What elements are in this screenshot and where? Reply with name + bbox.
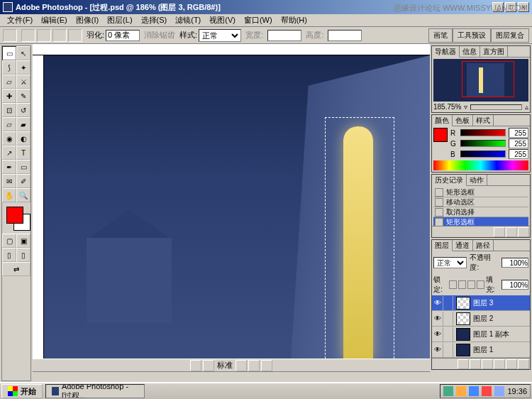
wand-tool[interactable]: ✦ (16, 60, 31, 75)
tool-preset-icon[interactable] (3, 29, 17, 42)
tab-histogram[interactable]: 直方图 (480, 46, 508, 57)
eye-icon[interactable]: 👁 (432, 343, 443, 357)
gradient-tool[interactable]: ▰ (16, 117, 31, 131)
history-snapshot-button[interactable] (494, 227, 505, 237)
layer-thumbnail[interactable] (456, 297, 470, 310)
canvas[interactable] (44, 55, 430, 359)
history-new-button[interactable] (506, 227, 517, 237)
r-slider[interactable] (460, 129, 506, 136)
pen-tool[interactable]: ✒ (2, 160, 16, 174)
layer-set-button[interactable] (482, 359, 493, 369)
g-slider[interactable] (460, 140, 506, 147)
g-input[interactable] (509, 138, 528, 148)
tab-navigator[interactable]: 导航器 (432, 46, 460, 58)
status-icon-3[interactable] (235, 360, 247, 371)
system-tray[interactable]: 19:36 (440, 384, 531, 398)
tab-history[interactable]: 历史记录 (432, 175, 467, 186)
lock-move-icon[interactable] (467, 280, 475, 289)
tab-styles[interactable]: 样式 (473, 115, 494, 126)
opacity-input[interactable] (501, 258, 528, 268)
color-panel-swatch[interactable] (433, 128, 448, 142)
tab-paths[interactable]: 路径 (473, 240, 494, 251)
opt-tab-tool-presets[interactable]: 工具预设 (453, 28, 491, 43)
blend-mode-dropdown[interactable]: 正常 (433, 257, 467, 268)
screen-mode-1[interactable]: ▯ (2, 248, 16, 262)
layer-adjust-button[interactable] (494, 359, 505, 369)
start-button[interactable]: 开始 (1, 384, 43, 398)
menu-file[interactable]: 文件(F) (3, 14, 37, 26)
marquee-tool[interactable]: ▭ (2, 46, 16, 60)
menu-help[interactable]: 帮助(H) (277, 14, 311, 26)
eye-icon[interactable]: 👁 (432, 312, 443, 326)
tray-icon[interactable] (456, 386, 466, 396)
selection-new-icon[interactable] (21, 29, 35, 42)
layer-name[interactable]: 图层 2 (473, 314, 493, 324)
path-select-tool[interactable]: ↗ (2, 146, 16, 160)
layer-item[interactable]: 👁 图层 1 (432, 342, 530, 358)
status-icon-5[interactable] (261, 360, 272, 371)
status-icon-2[interactable] (203, 360, 214, 371)
eye-icon[interactable]: 👁 (432, 327, 443, 341)
crop-tool[interactable]: ▱ (2, 75, 16, 89)
move-tool[interactable]: ↖ (16, 46, 31, 60)
layer-thumbnail[interactable] (456, 344, 470, 356)
layer-item[interactable]: 👁 图层 1 副本 (432, 327, 530, 342)
r-input[interactable] (509, 128, 528, 138)
edit-standard-mode[interactable]: ▢ (2, 234, 16, 248)
layer-trash-button[interactable] (518, 359, 529, 369)
shape-tool[interactable]: ▭ (16, 160, 31, 174)
tab-info[interactable]: 信息 (460, 46, 480, 57)
zoom-out-icon[interactable]: ▿ (464, 103, 467, 111)
feather-input[interactable] (106, 30, 140, 41)
heal-tool[interactable]: ✚ (2, 89, 16, 103)
opt-tab-layer-comps[interactable]: 图层复合 (491, 28, 529, 43)
tab-swatches[interactable]: 色板 (453, 115, 473, 126)
zoom-slider[interactable] (470, 104, 522, 110)
fill-input[interactable] (501, 280, 528, 290)
lock-all-icon[interactable] (477, 280, 484, 289)
style-dropdown[interactable]: 正常 (199, 29, 241, 42)
layer-new-button[interactable] (506, 359, 517, 369)
slice-tool[interactable]: ⚔ (16, 75, 31, 89)
menu-layer[interactable]: 图层(L) (103, 14, 136, 26)
selection-marquee[interactable] (325, 117, 394, 359)
layer-item[interactable]: 👁 图层 3 (432, 295, 530, 311)
brush-tool[interactable]: ✎ (16, 89, 31, 103)
layer-name[interactable]: 图层 1 副本 (473, 329, 509, 339)
color-picker[interactable] (5, 205, 28, 231)
layer-thumbnail[interactable] (456, 328, 470, 341)
b-input[interactable] (509, 149, 528, 159)
lock-paint-icon[interactable] (458, 280, 466, 289)
tray-icon[interactable] (494, 386, 504, 396)
status-icon-4[interactable] (248, 360, 260, 371)
zoom-tool[interactable]: 🔍 (16, 188, 31, 202)
ruler-vertical[interactable] (33, 55, 44, 359)
foreground-color[interactable] (6, 207, 23, 224)
clock[interactable]: 19:36 (507, 387, 527, 395)
history-item[interactable]: 移动选区 (433, 197, 528, 207)
selection-intersect-icon[interactable] (68, 29, 82, 42)
history-item[interactable]: 矩形选框 (433, 217, 528, 226)
tray-icon[interactable] (482, 386, 492, 396)
zoom-in-icon[interactable]: ▵ (525, 103, 528, 111)
dodge-tool[interactable]: ◐ (16, 131, 31, 146)
selection-add-icon[interactable] (37, 29, 51, 42)
menu-view[interactable]: 视图(V) (205, 14, 240, 26)
hand-tool[interactable]: ✋ (2, 188, 16, 202)
menu-image[interactable]: 图像(I) (72, 14, 103, 26)
selection-subtract-icon[interactable] (52, 29, 67, 42)
layer-thumbnail[interactable] (456, 312, 470, 325)
navigator-preview[interactable] (433, 59, 528, 102)
b-slider[interactable] (460, 151, 506, 158)
stamp-tool[interactable]: ⊡ (2, 103, 16, 117)
spectrum-bar[interactable] (433, 160, 528, 170)
tray-icon[interactable] (443, 386, 453, 396)
layer-item[interactable]: 👁 图层 2 (432, 311, 530, 327)
taskbar-app-button[interactable]: Adobe Photoshop - [过程... (45, 384, 145, 398)
tab-actions[interactable]: 动作 (467, 175, 487, 185)
history-item[interactable]: 矩形选框 (433, 187, 528, 197)
text-tool[interactable]: T (16, 146, 31, 160)
eye-icon[interactable]: 👁 (432, 296, 443, 310)
screen-mode-2[interactable]: ▯ (16, 248, 31, 262)
menu-filter[interactable]: 滤镜(T) (171, 14, 205, 26)
